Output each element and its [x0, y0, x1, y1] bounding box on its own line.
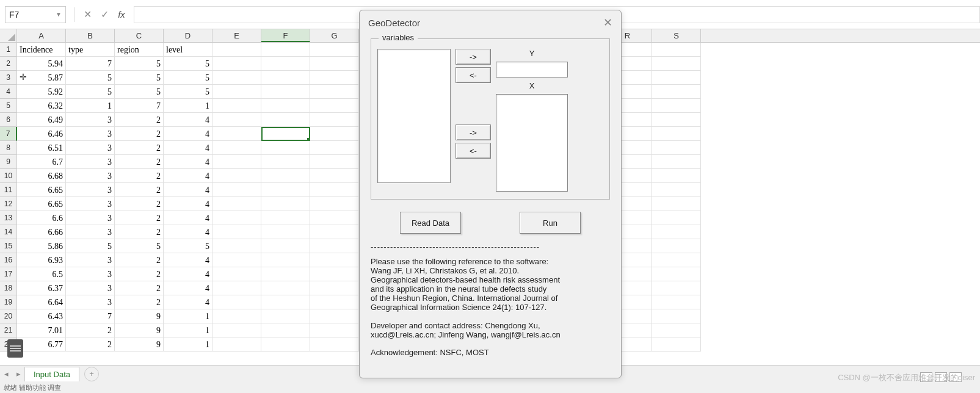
cell[interactable] — [261, 225, 310, 239]
cell[interactable]: 3 — [66, 155, 115, 169]
cell[interactable]: 2 — [115, 295, 164, 309]
cell[interactable]: 3 — [66, 197, 115, 211]
cell[interactable] — [310, 155, 359, 169]
cell[interactable]: 3 — [66, 127, 115, 141]
move-to-x-button[interactable]: -> — [456, 124, 491, 140]
cell[interactable] — [261, 183, 310, 197]
cell[interactable] — [310, 239, 359, 253]
cell[interactable] — [261, 295, 310, 309]
cell[interactable]: 4 — [164, 183, 212, 197]
cell[interactable]: 2 — [115, 253, 164, 267]
chevron-down-icon[interactable]: ▼ — [56, 11, 62, 18]
cell[interactable]: 6.7 — [17, 155, 66, 169]
cell[interactable] — [261, 253, 310, 267]
tab-prev-icon[interactable]: ◂ — [0, 369, 12, 378]
cell[interactable] — [212, 71, 261, 85]
row-header[interactable]: 15 — [0, 239, 17, 253]
cell[interactable]: 5 — [164, 85, 212, 99]
cell[interactable]: 3 — [66, 295, 115, 309]
side-panel-toggle[interactable] — [7, 339, 23, 358]
cell[interactable] — [261, 99, 310, 113]
cell[interactable]: 2 — [115, 225, 164, 239]
cell[interactable] — [652, 99, 701, 113]
select-all-corner[interactable] — [0, 29, 17, 42]
cell[interactable]: 5.94 — [17, 57, 66, 71]
cell[interactable]: 9 — [115, 337, 164, 352]
cell[interactable]: 6.32 — [17, 99, 66, 113]
cell[interactable]: 1 — [164, 323, 212, 337]
remove-from-y-button[interactable]: <- — [456, 67, 491, 83]
cell[interactable]: 9 — [115, 323, 164, 337]
cell[interactable] — [212, 239, 261, 253]
cell[interactable]: 5 — [115, 239, 164, 253]
cell[interactable]: 3 — [66, 169, 115, 183]
cell[interactable]: 5 — [115, 85, 164, 99]
y-listbox[interactable] — [496, 62, 568, 78]
row-header[interactable]: 12 — [0, 197, 17, 211]
row-header[interactable]: 14 — [0, 225, 17, 239]
cell[interactable]: 6.77 — [17, 337, 66, 352]
col-header-G[interactable]: G — [310, 29, 359, 42]
cell[interactable] — [310, 197, 359, 211]
cell[interactable] — [261, 141, 310, 155]
row-header[interactable]: 4 — [0, 85, 17, 99]
confirm-button[interactable]: ✓ — [96, 6, 113, 23]
cell[interactable] — [310, 71, 359, 85]
run-button[interactable]: Run — [520, 212, 581, 234]
cell[interactable] — [261, 85, 310, 99]
row-header[interactable]: 9 — [0, 155, 17, 169]
cell[interactable] — [652, 197, 701, 211]
col-header-D[interactable]: D — [164, 29, 212, 42]
cell[interactable]: 4 — [164, 197, 212, 211]
cell[interactable] — [261, 127, 310, 141]
row-header[interactable]: 3 — [0, 71, 17, 85]
cell[interactable]: 4 — [164, 295, 212, 309]
cell[interactable] — [261, 281, 310, 295]
read-data-button[interactable]: Read Data — [400, 212, 461, 234]
cell[interactable]: 1 — [164, 99, 212, 113]
cell[interactable] — [212, 141, 261, 155]
cell[interactable]: 5 — [115, 57, 164, 71]
cell[interactable]: 2 — [115, 183, 164, 197]
cell[interactable] — [261, 337, 310, 352]
cell[interactable] — [652, 127, 701, 141]
cell[interactable] — [212, 43, 261, 57]
cell[interactable] — [652, 141, 701, 155]
row-header[interactable]: 2 — [0, 57, 17, 71]
cell[interactable]: 4 — [164, 169, 212, 183]
cell[interactable] — [261, 43, 310, 57]
cell[interactable]: 4 — [164, 267, 212, 281]
cell[interactable]: 5 — [164, 57, 212, 71]
cell[interactable] — [652, 253, 701, 267]
move-to-y-button[interactable]: -> — [456, 49, 491, 65]
cell[interactable] — [212, 267, 261, 281]
cell[interactable]: 4 — [164, 253, 212, 267]
row-header[interactable]: 13 — [0, 211, 17, 225]
cell[interactable]: 2 — [115, 141, 164, 155]
cell[interactable] — [310, 99, 359, 113]
col-header-B[interactable]: B — [66, 29, 115, 42]
cell[interactable]: 2 — [66, 323, 115, 337]
row-header[interactable]: 5 — [0, 99, 17, 113]
cell[interactable] — [652, 225, 701, 239]
cell[interactable] — [261, 57, 310, 71]
cell[interactable]: 2 — [115, 113, 164, 127]
cell[interactable] — [310, 85, 359, 99]
cell[interactable]: 6.46 — [17, 127, 66, 141]
cell[interactable]: 3 — [66, 225, 115, 239]
dialog-titlebar[interactable]: GeoDetector ✕ — [360, 10, 621, 35]
cell[interactable] — [652, 309, 701, 323]
cell[interactable] — [652, 57, 701, 71]
cell[interactable] — [652, 169, 701, 183]
row-header[interactable]: 20 — [0, 309, 17, 323]
cell[interactable] — [212, 113, 261, 127]
row-header[interactable]: 18 — [0, 281, 17, 295]
cell[interactable]: 3 — [66, 113, 115, 127]
cell[interactable] — [652, 71, 701, 85]
cell[interactable]: 6.65 — [17, 197, 66, 211]
cell[interactable] — [652, 211, 701, 225]
cell[interactable] — [652, 267, 701, 281]
cell[interactable]: 3 — [66, 267, 115, 281]
cell[interactable] — [652, 43, 701, 57]
cell[interactable] — [310, 309, 359, 323]
